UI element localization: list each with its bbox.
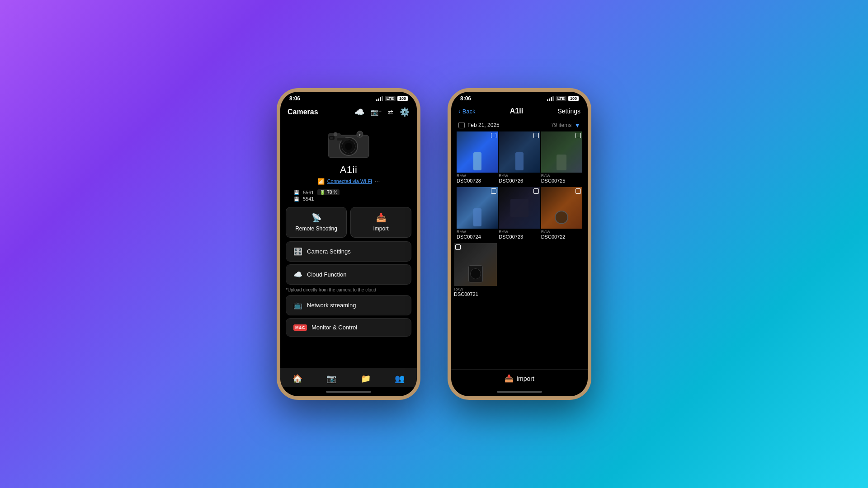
photo-thumb-dsc00723[interactable] bbox=[499, 187, 540, 228]
upload-note: *Upload directly from the camera to the … bbox=[280, 287, 417, 295]
home-bar-1 bbox=[326, 391, 371, 393]
photo-thumb-dsc00721[interactable] bbox=[454, 243, 497, 286]
photo-checkbox-dsc00726[interactable] bbox=[533, 133, 539, 138]
cloud-function-label: Cloud Function bbox=[307, 271, 346, 278]
empty-col-1 bbox=[498, 243, 541, 300]
wifi-icon: 📶 bbox=[317, 178, 325, 185]
import-bottom-button[interactable]: 📥 Import bbox=[505, 374, 534, 383]
connection-text[interactable]: Connected via Wi-Fi bbox=[327, 178, 372, 184]
card-icon-1: 💾 bbox=[294, 190, 299, 195]
photo-checkbox-dsc00725[interactable] bbox=[576, 133, 581, 138]
card-icon-2: 💾 bbox=[294, 197, 299, 202]
import-bottom-icon: 📥 bbox=[505, 374, 514, 383]
menu-list: 🎛️ Camera Settings ☁️ Cloud Function bbox=[280, 241, 417, 287]
svg-point-9 bbox=[334, 132, 337, 136]
photo-item-dsc00724[interactable]: RAW DSC00724 bbox=[457, 187, 498, 242]
raw-tag-dsc00724: RAW bbox=[457, 230, 498, 234]
camera-settings-icon: 🎛️ bbox=[293, 247, 302, 256]
cameras-title: Cameras bbox=[288, 108, 318, 116]
battery-icon-small: 🔋 bbox=[320, 190, 325, 195]
add-camera-icon[interactable]: 📷⁺ bbox=[371, 108, 382, 116]
time-1: 8:06 bbox=[289, 95, 300, 102]
photo-checkbox-dsc00724[interactable] bbox=[491, 188, 496, 194]
stat-row-2: 💾 5541 bbox=[294, 196, 314, 202]
date-checkbox-box[interactable] bbox=[458, 122, 465, 128]
items-count: 79 items ▼ bbox=[551, 122, 580, 129]
nav-bar-1: Cameras ☁️ 📷⁺ ⇄ ⚙️ bbox=[280, 103, 417, 121]
photo-thumb-dsc00728[interactable] bbox=[457, 131, 498, 173]
import-button[interactable]: 📥 Import bbox=[350, 207, 411, 238]
transfer-icon[interactable]: ⇄ bbox=[388, 108, 393, 116]
network-streaming-label: Network streaming bbox=[307, 302, 356, 309]
empty-col-2 bbox=[542, 243, 585, 300]
raw-tag-dsc00728: RAW bbox=[457, 174, 498, 178]
remote-shooting-icon: 📡 bbox=[311, 213, 321, 223]
nav-camera[interactable]: 📷 bbox=[322, 372, 341, 385]
battery-badge-1: 100 bbox=[397, 96, 408, 101]
filename-dsc00725: DSC00725 bbox=[541, 178, 582, 183]
camera-settings-button[interactable]: 🎛️ Camera Settings bbox=[286, 241, 411, 262]
date-label: Feb 21, 2025 bbox=[467, 122, 500, 128]
network-streaming-button[interactable]: 📺 Network streaming bbox=[286, 295, 411, 315]
back-button[interactable]: ‹ Back bbox=[458, 108, 476, 115]
photo-item-dsc00725[interactable]: RAW DSC00725 bbox=[541, 131, 582, 186]
camera-name: A1ii bbox=[340, 164, 358, 176]
date-checkbox[interactable]: Feb 21, 2025 bbox=[458, 122, 500, 128]
monitor-control-label: Monitor & Control bbox=[311, 324, 357, 331]
monitor-control-button[interactable]: M&C Monitor & Control bbox=[286, 318, 411, 337]
photo-item-dsc00723[interactable]: RAW DSC00723 bbox=[499, 187, 540, 242]
photo-checkbox-dsc00721[interactable] bbox=[455, 244, 461, 250]
stat2-value: 5541 bbox=[303, 196, 314, 202]
mnc-badge: M&C bbox=[293, 324, 307, 331]
bottom-nav-1: 🏠 📷 📁 👥 bbox=[280, 368, 417, 387]
gallery-settings-button[interactable]: Settings bbox=[557, 108, 580, 115]
upload-note-text: *Upload directly from the camera to the … bbox=[286, 287, 376, 292]
status-bar-1: 8:06 LTE 100 bbox=[280, 92, 417, 103]
photo-checkbox-dsc00728[interactable] bbox=[491, 133, 496, 138]
gallery-title: A1ii bbox=[510, 107, 523, 115]
nav-people[interactable]: 👥 bbox=[390, 372, 409, 385]
remote-shooting-button[interactable]: 📡 Remote Shooting bbox=[286, 207, 347, 238]
nav-home[interactable]: 🏠 bbox=[288, 372, 307, 385]
svg-rect-10 bbox=[330, 137, 333, 139]
photo-row-1: RAW DSC00728 RAW DSC00726 bbox=[454, 131, 585, 187]
import-label: Import bbox=[373, 225, 388, 232]
filename-dsc00728: DSC00728 bbox=[457, 178, 498, 183]
filter-icon[interactable]: ▼ bbox=[574, 122, 580, 129]
cloud-nav-icon[interactable]: ☁️ bbox=[354, 107, 364, 117]
photo-thumb-dsc00725[interactable] bbox=[541, 131, 582, 173]
cloud-function-button[interactable]: ☁️ Cloud Function bbox=[286, 264, 411, 285]
status-icons-1: LTE 100 bbox=[376, 96, 408, 101]
photo-thumb-dsc00726[interactable] bbox=[499, 131, 540, 173]
svg-point-6 bbox=[345, 143, 352, 150]
settings-nav-icon[interactable]: ⚙️ bbox=[400, 107, 410, 117]
items-count-text: 79 items bbox=[551, 122, 571, 128]
action-row: 📡 Remote Shooting 📥 Import bbox=[280, 203, 417, 241]
photo-checkbox-dsc00722[interactable] bbox=[576, 188, 581, 194]
cloud-function-icon: ☁️ bbox=[293, 270, 302, 279]
camera-image: P bbox=[324, 125, 373, 161]
network-streaming-icon: 📺 bbox=[293, 301, 302, 310]
photo-thumb-dsc00722[interactable] bbox=[541, 187, 582, 228]
photo-checkbox-dsc00723[interactable] bbox=[533, 188, 539, 194]
raw-tag-dsc00722: RAW bbox=[541, 230, 582, 234]
phone-1-screen: 8:06 LTE 100 Cameras ☁️ 📷⁺ ⇄ ⚙️ bbox=[280, 92, 417, 396]
filename-dsc00721: DSC00721 bbox=[454, 291, 497, 297]
nav-folder[interactable]: 📁 bbox=[356, 372, 375, 385]
photo-item-dsc00721[interactable]: RAW DSC00721 bbox=[454, 243, 497, 300]
filename-dsc00726: DSC00726 bbox=[499, 178, 540, 183]
battery-badge-2: 100 bbox=[568, 96, 579, 101]
stat1-value: 5561 bbox=[303, 190, 314, 195]
connection-info: 📶 Connected via Wi-Fi ··· bbox=[317, 178, 380, 185]
nav-icons-1: ☁️ 📷⁺ ⇄ ⚙️ bbox=[354, 107, 410, 117]
photo-item-dsc00726[interactable]: RAW DSC00726 bbox=[499, 131, 540, 186]
filename-dsc00724: DSC00724 bbox=[457, 234, 498, 239]
gallery-nav: ‹ Back A1ii Settings bbox=[451, 103, 588, 119]
photo-item-dsc00728[interactable]: RAW DSC00728 bbox=[457, 131, 498, 186]
photo-thumb-dsc00724[interactable] bbox=[457, 187, 498, 228]
lte-badge-1: LTE bbox=[385, 96, 396, 101]
photo-grid-container[interactable]: RAW DSC00728 RAW DSC00726 bbox=[451, 131, 588, 369]
stats-area: 💾 5561 🔋 70 % 💾 5541 bbox=[280, 188, 417, 203]
more-dots-icon[interactable]: ··· bbox=[375, 178, 380, 185]
photo-item-dsc00722[interactable]: RAW DSC00722 bbox=[541, 187, 582, 242]
